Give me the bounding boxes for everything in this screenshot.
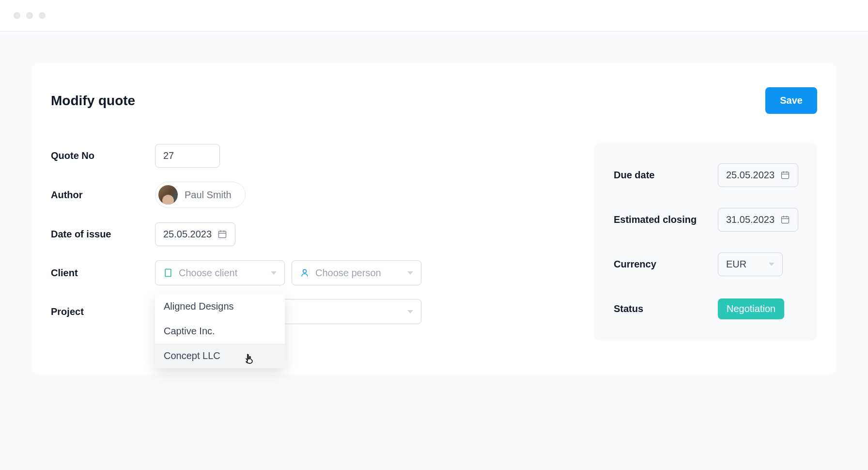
svg-rect-12 (782, 172, 789, 178)
traffic-light-close[interactable] (14, 12, 20, 19)
page-title: Modify quote (51, 93, 135, 109)
client-dropdown: Aligned Designs Captive Inc. Concept LLC (155, 294, 285, 368)
calendar-icon (780, 170, 790, 180)
person-select[interactable]: Choose person (292, 260, 421, 285)
window-titlebar (0, 0, 868, 31)
due-date-input[interactable]: 25.05.2023 (718, 163, 798, 187)
estimated-closing-input[interactable]: 31.05.2023 (718, 208, 798, 232)
chevron-down-icon (271, 271, 277, 275)
client-label: Client (51, 267, 155, 279)
chevron-down-icon (407, 310, 413, 313)
client-placeholder: Choose client (179, 267, 265, 279)
person-icon (300, 268, 310, 278)
estimated-closing-value: 31.05.2023 (726, 214, 775, 225)
currency-select[interactable]: EUR (718, 252, 783, 276)
summary-panel: Due date 25.05.2023 Estimated closing (594, 143, 817, 341)
quote-no-label: Quote No (51, 150, 155, 161)
due-date-value: 25.05.2023 (726, 170, 775, 181)
quote-no-input[interactable] (155, 144, 220, 168)
svg-rect-0 (219, 231, 226, 237)
dropdown-item[interactable]: Concept LLC (155, 344, 285, 368)
currency-label: Currency (614, 259, 718, 270)
date-of-issue-input[interactable]: 25.05.2023 (155, 222, 235, 246)
dropdown-item[interactable]: Aligned Designs (155, 294, 285, 319)
author-chip[interactable]: Paul Smith (155, 182, 246, 208)
dropdown-item[interactable]: Captive Inc. (155, 319, 285, 344)
client-select[interactable]: Choose client (155, 260, 285, 285)
building-icon (163, 268, 173, 278)
traffic-light-minimize[interactable] (26, 12, 33, 19)
calendar-icon (780, 215, 790, 224)
quote-form-card: Modify quote Save Quote No Author Paul S… (31, 63, 837, 375)
due-date-label: Due date (614, 170, 718, 181)
status-badge[interactable]: Negotiation (718, 298, 784, 319)
date-of-issue-value: 25.05.2023 (163, 229, 212, 240)
traffic-light-zoom[interactable] (39, 12, 46, 19)
save-button[interactable]: Save (765, 87, 817, 114)
cursor-icon (243, 353, 255, 366)
currency-value: EUR (726, 259, 746, 270)
svg-rect-4 (165, 269, 171, 277)
chevron-down-icon (769, 263, 775, 266)
status-label: Status (614, 303, 718, 314)
svg-point-11 (303, 269, 307, 273)
avatar (158, 185, 178, 204)
author-label: Author (51, 189, 155, 201)
calendar-icon (217, 229, 227, 239)
person-placeholder: Choose person (315, 267, 402, 279)
dropdown-item-label: Concept LLC (164, 350, 220, 361)
chevron-down-icon (407, 271, 413, 275)
project-label: Project (51, 306, 155, 317)
estimated-closing-label: Estimated closing (614, 214, 718, 225)
author-name: Paul Smith (185, 189, 232, 201)
date-of-issue-label: Date of issue (51, 229, 155, 240)
svg-rect-16 (782, 217, 789, 223)
